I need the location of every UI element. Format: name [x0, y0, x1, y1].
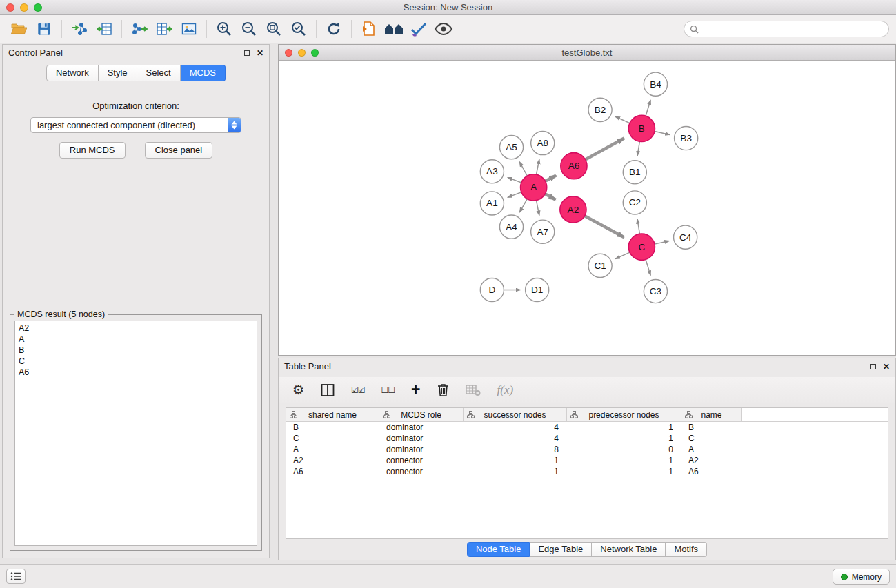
table-cell[interactable]: A2 — [286, 456, 379, 465]
graph-node-B2[interactable]: B2 — [588, 98, 612, 121]
network-canvas[interactable]: B4B2BB3A5A8A6B1A3AA1A2C2A4A7C4CC1C3DD1 — [279, 61, 895, 355]
graph-node-C4[interactable]: C4 — [674, 225, 697, 249]
run-mcds-button[interactable]: Run MCDS — [59, 142, 126, 159]
maximize-network-button[interactable] — [311, 49, 319, 57]
show-columns-icon[interactable] — [321, 381, 335, 399]
graph-node-D1[interactable]: D1 — [526, 278, 549, 301]
graph-node-A3[interactable]: A3 — [480, 160, 504, 183]
float-table-panel-icon[interactable] — [870, 364, 876, 369]
export-image-button[interactable] — [177, 18, 201, 40]
graph-node-A8[interactable]: A8 — [531, 132, 555, 155]
column-header-predecessor-nodes[interactable]: predecessor nodes — [567, 408, 681, 421]
table-cell[interactable]: 1 — [464, 467, 567, 476]
apply-layout-button[interactable] — [321, 18, 346, 40]
graph-edge-A2-C[interactable] — [585, 216, 624, 237]
graph-edge-C-C1[interactable] — [615, 252, 630, 258]
table-cell[interactable]: dominator — [379, 423, 464, 432]
table-cell[interactable]: 1 — [567, 423, 681, 432]
task-history-button[interactable] — [6, 569, 26, 584]
import-table-button[interactable] — [92, 18, 117, 40]
tab-network-table[interactable]: Network Table — [592, 542, 666, 557]
table-cell[interactable]: dominator — [379, 434, 464, 443]
graph-edge-A-A3[interactable] — [508, 177, 521, 183]
graph-node-C[interactable]: C — [628, 234, 655, 260]
tab-motifs[interactable]: Motifs — [666, 542, 707, 557]
zoom-selected-button[interactable] — [286, 18, 311, 40]
network-graph[interactable]: B4B2BB3A5A8A6B1A3AA1A2C2A4A7C4CC1C3DD1 — [279, 61, 895, 355]
deselect-all-icon[interactable]: ☐☐ — [381, 381, 395, 399]
minimize-network-button[interactable] — [298, 49, 306, 57]
graph-node-A7[interactable]: A7 — [531, 220, 555, 243]
zoom-fit-button[interactable] — [261, 18, 286, 40]
tab-style[interactable]: Style — [99, 65, 137, 81]
table-row[interactable]: Bdominator41B — [286, 422, 888, 433]
delete-table-icon[interactable] — [466, 381, 481, 399]
graph-node-A2[interactable]: A2 — [560, 196, 586, 223]
table-cell[interactable]: B — [681, 423, 742, 432]
graph-edge-A-A4[interactable] — [519, 199, 527, 213]
column-header-successor-nodes[interactable]: successor nodes — [464, 408, 567, 421]
add-column-icon[interactable]: + — [411, 381, 420, 399]
table-cell[interactable]: A6 — [286, 467, 379, 476]
close-table-panel-icon[interactable]: ✕ — [883, 363, 890, 371]
float-panel-icon[interactable] — [244, 50, 250, 56]
table-cell[interactable]: A — [286, 445, 379, 454]
table-row[interactable]: A2connector11A2 — [286, 455, 888, 466]
memory-button[interactable]: Memory — [833, 569, 890, 585]
graph-node-B[interactable]: B — [628, 115, 655, 141]
close-window-button[interactable] — [6, 3, 14, 12]
column-header-name[interactable]: name — [681, 408, 742, 421]
maximize-window-button[interactable] — [34, 3, 42, 12]
table-cell[interactable]: connector — [379, 467, 464, 476]
table-body[interactable]: Bdominator41BCdominator41CAdominator80AA… — [286, 422, 888, 477]
close-panel-icon[interactable]: ✕ — [257, 49, 263, 57]
result-item[interactable]: A — [15, 334, 257, 345]
column-header-shared-name[interactable]: shared name — [286, 408, 379, 421]
export-network-button[interactable] — [127, 18, 152, 40]
graph-edge-B-B2[interactable] — [615, 116, 630, 123]
result-item[interactable]: C — [15, 356, 257, 367]
table-cell[interactable]: 8 — [464, 445, 567, 454]
graph-edge-A-A1[interactable] — [508, 192, 521, 198]
search-input[interactable] — [702, 24, 883, 34]
table-cell[interactable]: 1 — [567, 456, 681, 465]
table-row[interactable]: Cdominator41C — [286, 433, 888, 444]
table-cell[interactable]: 1 — [567, 467, 681, 476]
delete-column-trash-icon[interactable] — [437, 381, 449, 399]
show-hide-button[interactable] — [431, 18, 456, 40]
export-table-button[interactable] — [152, 18, 177, 40]
table-row[interactable]: Adominator80A — [286, 444, 888, 455]
graph-node-A[interactable]: A — [521, 174, 547, 201]
table-cell[interactable]: dominator — [379, 445, 464, 454]
nested-networks-button[interactable] — [381, 18, 406, 40]
visual-properties-button[interactable] — [406, 18, 431, 40]
result-item[interactable]: A2 — [15, 323, 257, 334]
tab-select[interactable]: Select — [137, 65, 181, 81]
table-cell[interactable]: 1 — [464, 456, 567, 465]
table-cell[interactable]: A — [681, 445, 742, 454]
graph-node-C3[interactable]: C3 — [644, 279, 667, 303]
graph-edge-C-C3[interactable] — [646, 259, 650, 275]
table-cell[interactable]: connector — [379, 456, 464, 465]
table-cell[interactable]: 0 — [567, 445, 681, 454]
table-cell[interactable]: B — [286, 423, 379, 432]
tab-network[interactable]: Network — [46, 65, 99, 81]
import-network-button[interactable] — [67, 18, 92, 40]
graph-node-A5[interactable]: A5 — [499, 136, 523, 159]
table-cell[interactable]: C — [681, 434, 742, 443]
graph-node-D[interactable]: D — [480, 278, 504, 301]
tab-edge-table[interactable]: Edge Table — [530, 542, 592, 557]
graph-edge-B-B4[interactable] — [646, 100, 650, 116]
first-neighbors-button[interactable] — [357, 18, 381, 40]
graph-node-A1[interactable]: A1 — [480, 192, 504, 215]
graph-edge-A6-B[interactable] — [586, 139, 624, 160]
graph-edge-A-A2[interactable] — [545, 194, 555, 200]
graph-edge-A-A6[interactable] — [546, 175, 557, 181]
result-item[interactable]: A6 — [15, 367, 257, 378]
function-builder-icon[interactable]: f(x) — [497, 381, 514, 399]
tab-node-table[interactable]: Node Table — [467, 542, 530, 557]
table-settings-gear-icon[interactable]: ⚙ — [292, 381, 304, 399]
graph-edge-C-C2[interactable] — [637, 219, 639, 234]
graph-edge-C-C4[interactable] — [655, 241, 669, 244]
graph-node-B3[interactable]: B3 — [675, 126, 698, 150]
